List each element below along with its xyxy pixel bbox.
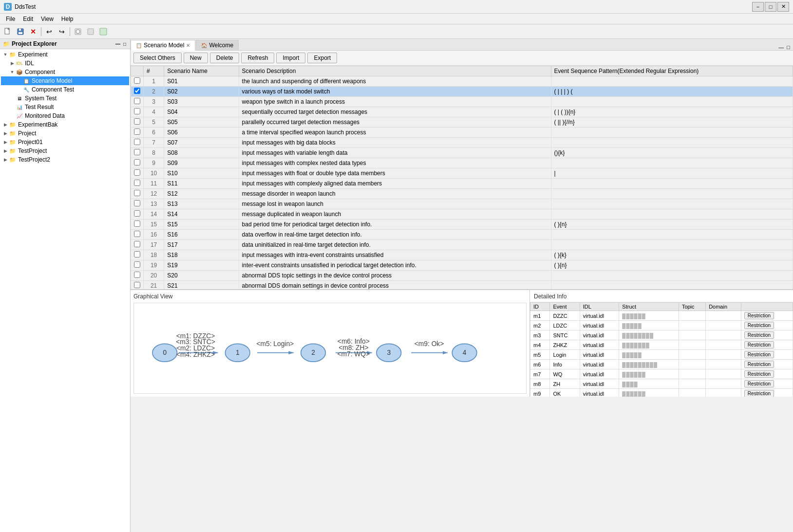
graph-canvas[interactable]: 0 1 2 3 4 xyxy=(133,303,527,394)
row-checkbox[interactable] xyxy=(134,220,140,227)
row-checkbox[interactable] xyxy=(134,251,140,257)
row-checkbox[interactable] xyxy=(134,210,140,217)
detail-row[interactable]: m1 DZZC virtual.idl ██████ Restriction xyxy=(530,311,793,321)
restriction-button[interactable]: Restriction xyxy=(744,341,774,349)
detail-cell-restriction[interactable]: Restriction xyxy=(741,311,793,321)
row-checkbox[interactable] xyxy=(134,88,140,94)
tree-scenario-model[interactable]: 📋 Scenario Model xyxy=(1,76,129,85)
tab-scenario-close[interactable]: ✕ xyxy=(186,43,190,48)
row-checkbox[interactable] xyxy=(134,231,140,237)
detail-row[interactable]: m7 WQ virtual.idl ██████ Restriction xyxy=(530,369,793,379)
menu-help[interactable]: Help xyxy=(57,15,77,23)
row-checkbox-cell[interactable] xyxy=(131,250,144,260)
table-row[interactable]: 14 S14 message duplicated in weapon laun… xyxy=(131,209,793,220)
table-row[interactable]: 17 S17 data uninitialized in real-time t… xyxy=(131,240,793,250)
row-checkbox[interactable] xyxy=(134,180,140,186)
panel-minimize-btn[interactable]: — xyxy=(114,41,121,47)
restriction-button[interactable]: Restriction xyxy=(744,351,774,358)
table-row[interactable]: 8 S08 input messages with variable lengt… xyxy=(131,148,793,158)
row-checkbox[interactable] xyxy=(134,282,140,288)
restriction-button[interactable]: Restriction xyxy=(744,322,774,329)
table-row[interactable]: 19 S19 inter-event constraints unsatisfi… xyxy=(131,260,793,271)
row-checkbox-cell[interactable] xyxy=(131,271,144,281)
row-checkbox-cell[interactable] xyxy=(131,117,144,128)
table-row[interactable]: 16 S16 data overflow in real-time target… xyxy=(131,230,793,240)
row-checkbox[interactable] xyxy=(134,149,140,155)
detail-cell-restriction[interactable]: Restriction xyxy=(741,389,793,397)
minimize-button[interactable]: − xyxy=(752,2,764,12)
import-button[interactable]: Import xyxy=(276,53,305,63)
toolbar-btn-settings[interactable] xyxy=(85,26,96,37)
table-row[interactable]: 10 S10 input messages with float or doub… xyxy=(131,168,793,179)
row-checkbox[interactable] xyxy=(134,169,140,176)
row-checkbox-cell[interactable] xyxy=(131,209,144,220)
detail-row[interactable]: m8 ZH virtual.idl ████ Restriction xyxy=(530,379,793,389)
export-button[interactable]: Export xyxy=(307,53,337,63)
row-checkbox[interactable] xyxy=(134,77,140,84)
row-checkbox[interactable] xyxy=(134,98,140,104)
row-checkbox-cell[interactable] xyxy=(131,128,144,138)
menu-edit[interactable]: Edit xyxy=(19,15,37,23)
table-row[interactable]: 3 S03 weapon type switch in a launch pro… xyxy=(131,97,793,107)
close-button[interactable]: ✕ xyxy=(777,2,789,12)
tab-scenario-model[interactable]: 📋 Scenario Model ✕ xyxy=(131,40,195,51)
tree-testproject2[interactable]: ▶ 📁 TestProject2 xyxy=(1,155,129,164)
col-name[interactable]: Scenario Name xyxy=(164,66,239,76)
row-checkbox[interactable] xyxy=(134,241,140,247)
toolbar-btn-back[interactable]: ↩ xyxy=(43,26,55,37)
table-row[interactable]: 21 S21 abnormal DDS domain settings in d… xyxy=(131,281,793,290)
scenario-table-container[interactable]: # Scenario Name Scenario Description Eve… xyxy=(131,66,793,290)
row-checkbox-cell[interactable] xyxy=(131,220,144,230)
tree-idl[interactable]: ▶ IDL IDL xyxy=(1,59,129,68)
row-checkbox[interactable] xyxy=(134,272,140,278)
row-checkbox-cell[interactable] xyxy=(131,97,144,107)
table-row[interactable]: 13 S13 message lost in weapon launch xyxy=(131,199,793,209)
col-desc[interactable]: Scenario Description xyxy=(239,66,551,76)
row-checkbox-cell[interactable] xyxy=(131,199,144,209)
restriction-button[interactable]: Restriction xyxy=(744,361,774,368)
restriction-button[interactable]: Restriction xyxy=(744,370,774,378)
panel-maximize-btn[interactable]: □ xyxy=(122,41,127,47)
detail-row[interactable]: m3 SNTC virtual.idl ████████ Restriction xyxy=(530,330,793,340)
table-row[interactable]: 1 S01 the launch and suspending of diffe… xyxy=(131,76,793,87)
restriction-button[interactable]: Restriction xyxy=(744,312,774,319)
tree-component[interactable]: ▼ 📦 Component xyxy=(1,68,129,76)
row-checkbox-cell[interactable] xyxy=(131,87,144,97)
menu-view[interactable]: View xyxy=(37,15,57,23)
row-checkbox-cell[interactable] xyxy=(131,76,144,87)
tree-testproject[interactable]: ▶ 📁 TestProject xyxy=(1,147,129,155)
menu-file[interactable]: File xyxy=(2,15,19,23)
detail-row[interactable]: m6 Info virtual.idl █████████ Restrictio… xyxy=(530,360,793,369)
row-checkbox[interactable] xyxy=(134,159,140,165)
toolbar-btn-1[interactable] xyxy=(2,26,14,37)
table-row[interactable]: 5 S05 parallelly occurred target detecti… xyxy=(131,117,793,128)
row-checkbox-cell[interactable] xyxy=(131,148,144,158)
detail-row[interactable]: m5 Login virtual.idl █████ Restriction xyxy=(530,350,793,360)
row-checkbox[interactable] xyxy=(134,128,140,135)
tree-component-test[interactable]: 🔧 Component Test xyxy=(1,85,129,94)
row-checkbox[interactable] xyxy=(134,108,140,114)
tree-test-result[interactable]: 📊 Test Result xyxy=(1,103,129,111)
row-checkbox-cell[interactable] xyxy=(131,179,144,189)
detail-cell-restriction[interactable]: Restriction xyxy=(741,369,793,379)
toolbar-btn-run[interactable] xyxy=(72,26,84,37)
row-checkbox-cell[interactable] xyxy=(131,168,144,179)
row-checkbox-cell[interactable] xyxy=(131,158,144,168)
tree-monitored-data[interactable]: 📈 Monitored Data xyxy=(1,111,129,120)
restriction-button[interactable]: Restriction xyxy=(744,331,774,339)
table-row[interactable]: 12 S12 message disorder in weapon launch xyxy=(131,189,793,199)
table-row[interactable]: 11 S11 input messages with complexly ali… xyxy=(131,179,793,189)
detail-row[interactable]: m9 OK virtual.idl ██████ Restriction xyxy=(530,389,793,397)
row-checkbox[interactable] xyxy=(134,139,140,145)
detail-cell-restriction[interactable]: Restriction xyxy=(741,330,793,340)
row-checkbox[interactable] xyxy=(134,118,140,125)
detail-cell-restriction[interactable]: Restriction xyxy=(741,360,793,369)
row-checkbox-cell[interactable] xyxy=(131,230,144,240)
toolbar-btn-delete[interactable]: ✕ xyxy=(27,26,39,37)
tree-project01[interactable]: ▶ 📁 Project01 xyxy=(1,138,129,147)
tree-experimentbak[interactable]: ▶ 📁 ExperimentBak xyxy=(1,120,129,129)
refresh-button[interactable]: Refresh xyxy=(241,53,274,63)
table-row[interactable]: 7 S07 input messages with big data block… xyxy=(131,138,793,148)
row-checkbox[interactable] xyxy=(134,200,140,206)
row-checkbox-cell[interactable] xyxy=(131,260,144,271)
